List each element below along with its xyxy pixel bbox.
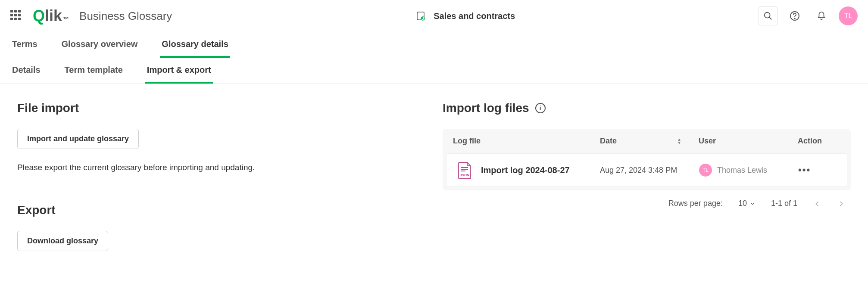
qlik-logo[interactable]: Qlik™: [33, 7, 69, 25]
primary-tabs: Terms Glossary overview Glossary details: [0, 32, 868, 58]
row-logfile-cell: JSON Import log 2024-08-27: [457, 162, 591, 179]
search-button[interactable]: [759, 6, 777, 25]
log-table: Log file Date ▲▼ User Action: [443, 129, 851, 190]
svg-point-7: [794, 18, 795, 19]
file-import-heading: File import: [17, 101, 425, 115]
export-section: Export Download glossary: [17, 203, 425, 251]
more-actions-button[interactable]: •••: [798, 165, 811, 176]
row-user-cell: TL Thomas Lewis: [690, 164, 790, 177]
col-header-logfile[interactable]: Log file: [453, 137, 591, 146]
context-label[interactable]: Sales and contracts: [434, 11, 515, 21]
next-page-button[interactable]: [837, 199, 846, 208]
page-range: 1-1 of 1: [771, 199, 797, 208]
prev-page-button[interactable]: [813, 199, 821, 208]
secondary-tabs: Details Term template Import & export: [0, 58, 868, 84]
import-update-button[interactable]: Import and update glossary: [17, 129, 139, 149]
row-user-avatar: TL: [699, 164, 712, 177]
import-helper-text: Please export the current glossary befor…: [17, 163, 425, 172]
search-icon: [763, 11, 773, 21]
row-action-cell: •••: [790, 165, 837, 176]
row-user-name: Thomas Lewis: [717, 166, 767, 175]
row-date-cell: Aug 27, 2024 3:48 PM: [591, 166, 690, 175]
right-column: Import log files i Log file Date ▲▼ User…: [443, 101, 851, 251]
help-icon: [790, 11, 800, 21]
info-icon[interactable]: i: [535, 103, 546, 113]
top-right-actions: TL: [759, 6, 858, 25]
tab-glossary-overview[interactable]: Glossary overview: [60, 32, 140, 58]
download-glossary-button[interactable]: Download glossary: [17, 231, 108, 251]
chevron-left-icon: [813, 199, 821, 208]
svg-line-5: [769, 17, 772, 20]
chevron-right-icon: [837, 199, 846, 208]
col-header-user[interactable]: User: [690, 137, 789, 146]
rows-per-page-label: Rows per page:: [668, 199, 723, 208]
glossary-icon: [415, 11, 426, 21]
table-row[interactable]: JSON Import log 2024-08-27 Aug 27, 2024 …: [446, 153, 847, 187]
help-button[interactable]: [785, 6, 804, 25]
subtab-details[interactable]: Details: [10, 58, 42, 84]
export-heading: Export: [17, 203, 425, 217]
col-header-action: Action: [789, 137, 840, 146]
svg-point-4: [765, 12, 770, 18]
notifications-button[interactable]: [812, 6, 831, 25]
app-title: Business Glossary: [79, 9, 172, 23]
top-bar: Qlik™ Business Glossary Sales and contra…: [0, 0, 868, 32]
rows-per-page-value: 10: [738, 199, 747, 208]
pagination: Rows per page: 10 1-1 of 1: [443, 199, 851, 208]
table-header: Log file Date ▲▼ User Action: [443, 129, 851, 153]
svg-text:JSON: JSON: [460, 173, 469, 177]
rows-per-page-select[interactable]: 10: [738, 199, 756, 208]
left-column: File import Import and update glossary P…: [17, 101, 425, 251]
main-content: File import Import and update glossary P…: [0, 84, 868, 268]
user-avatar[interactable]: TL: [839, 6, 858, 25]
bell-icon: [817, 11, 826, 21]
import-log-heading-text: Import log files: [443, 101, 529, 115]
row-logfile-name: Import log 2024-08-27: [481, 165, 570, 175]
breadcrumb: Sales and contracts: [182, 11, 748, 21]
tab-terms[interactable]: Terms: [10, 32, 39, 58]
import-log-heading: Import log files i: [443, 101, 851, 115]
subtab-import-export[interactable]: Import & export: [145, 58, 213, 84]
chevron-down-icon: [749, 201, 756, 207]
app-launcher-icon[interactable]: [10, 10, 22, 22]
tab-glossary-details[interactable]: Glossary details: [160, 32, 230, 58]
col-header-date[interactable]: Date ▲▼: [591, 137, 690, 146]
json-file-icon: JSON: [457, 162, 472, 179]
sort-icon[interactable]: ▲▼: [677, 138, 681, 145]
subtab-term-template[interactable]: Term template: [63, 58, 125, 84]
col-header-date-label: Date: [600, 137, 617, 146]
